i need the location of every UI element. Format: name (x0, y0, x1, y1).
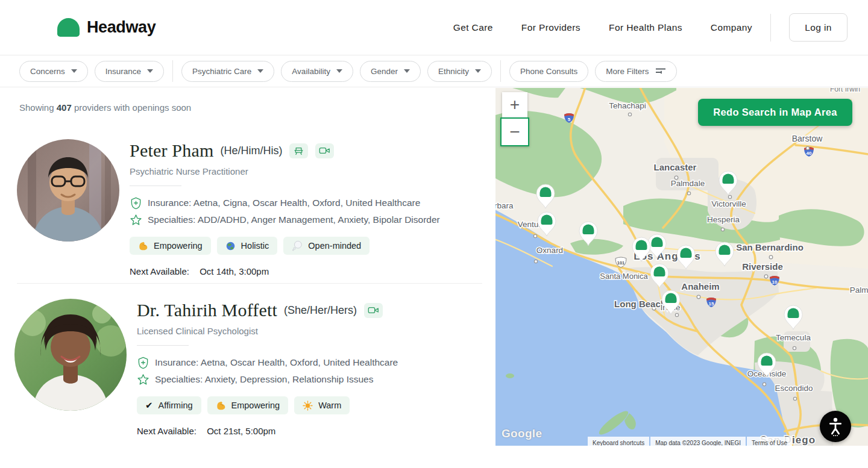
map-panel[interactable]: 5 40 101 605 15 (495, 88, 868, 446)
filter-label: Gender (371, 67, 398, 76)
shield-i40: 40 (807, 151, 812, 156)
insurance-label: Insurance: (148, 198, 191, 208)
filter-group-divider (500, 60, 501, 82)
redo-search-button[interactable]: Redo Search in Map Area (698, 99, 852, 126)
divider (137, 345, 189, 346)
specialties-label: Specialties: (148, 214, 195, 225)
filter-label: Insurance (105, 67, 141, 76)
login-button[interactable]: Log in (789, 13, 848, 42)
filter-label: Ethnicity (438, 67, 469, 76)
badge-empowering: Empowering (207, 396, 289, 414)
map-label-fort-irwin: Fort Irwin (830, 88, 860, 93)
badge-holistic: Holistic (217, 237, 278, 255)
insurance-value: Aetna, Cigna, Oscar Health, Oxford, Unit… (193, 198, 421, 208)
map-label-riverside: Riverside (742, 261, 783, 272)
filter-label: Phone Consults (520, 67, 577, 76)
card-divider (17, 283, 482, 284)
next-available-label: Next Available: (137, 426, 197, 436)
shield-plus-icon (137, 357, 149, 369)
map-label-anaheim: Anaheim (681, 281, 719, 292)
insurance-row: Insurance: Aetna, Oscar Health, Oxford, … (137, 354, 398, 371)
star-outline-icon (137, 373, 149, 386)
video-camera-icon (368, 306, 379, 314)
specialties-label: Specialties: (155, 374, 203, 384)
provider-title: Psychiatric Nurse Practitioner (130, 166, 440, 176)
chevron-down-icon (147, 69, 153, 73)
provider-results-panel: Showing 407 providers with openings soon (0, 87, 495, 468)
top-navigation-bar: Headway Get Care For Providers For Healt… (0, 0, 868, 55)
provider-photo[interactable] (14, 299, 127, 411)
filter-gender[interactable]: Gender (360, 61, 421, 82)
results-suffix: providers with openings soon (74, 102, 191, 113)
map-canvas[interactable]: 5 40 101 605 15 (495, 88, 868, 446)
map-label-lancaster: Lancaster (654, 162, 697, 172)
next-available-row: Next Available: Oct 14th, 3:00pm (130, 266, 440, 276)
filter-insurance[interactable]: Insurance (95, 61, 164, 82)
badge-label: Empowering (154, 241, 203, 251)
provider-photo-illustration (14, 299, 127, 411)
specialties-row: Specialties: ADD/ADHD, Anger Management,… (130, 211, 440, 228)
nav-get-care[interactable]: Get Care (453, 22, 493, 33)
filter-psychiatric-care[interactable]: Psychiatric Care (181, 61, 274, 82)
flex-biceps-icon (216, 401, 226, 411)
filter-availability[interactable]: Availability (281, 61, 353, 82)
provider-pronouns: (She/Her/Hers) (284, 304, 357, 317)
provider-name[interactable]: Dr. Tahirih Moffett (137, 300, 277, 320)
filter-more-filters[interactable]: More Filters (595, 61, 676, 82)
map-label-victorville: Victorville (711, 199, 746, 208)
keyboard-shortcuts-link[interactable]: Keyboard shortcuts (588, 437, 649, 446)
headway-logo[interactable]: Headway (57, 18, 156, 37)
map-label-long-beach: Long Beach (614, 299, 666, 309)
flex-biceps-icon (138, 241, 148, 251)
badge-empowering: Empowering (130, 237, 211, 255)
results-count: 407 (57, 102, 72, 113)
shield-i15: 15 (709, 301, 714, 307)
badge-label: Open-minded (308, 241, 361, 251)
map-data-credit: Map data ©2023 Google, INEGI (650, 437, 746, 446)
map-label-oxnard: Oxnard (536, 246, 563, 255)
map-label-san-bernardino: San Bernardino (736, 242, 804, 252)
nav-for-providers[interactable]: For Providers (521, 22, 580, 33)
map-label-santa-monica: Santa Monica (600, 272, 648, 281)
nav-divider (770, 14, 771, 42)
chevron-down-icon (71, 69, 77, 73)
filter-label: Concerns (30, 67, 65, 76)
map-zoom-out-button[interactable]: − (500, 117, 529, 146)
filter-concerns[interactable]: Concerns (19, 61, 88, 82)
map-label-escondido: Escondido (775, 384, 813, 393)
provider-pronouns: (He/Him/His) (220, 145, 282, 157)
specialties-value: ADD/ADHD, Anger Management, Anxiety, Bip… (198, 214, 440, 225)
map-label-hesperia: Hesperia (707, 215, 740, 224)
terms-of-use-link[interactable]: Terms of Use (747, 437, 792, 446)
in-person-sessions-chip (289, 143, 308, 158)
nav-for-health-plans[interactable]: For Health Plans (609, 22, 682, 33)
personality-badges: ✔ Affirming Empowering Warm (137, 396, 398, 414)
chevron-down-icon (475, 69, 481, 73)
filter-ethnicity[interactable]: Ethnicity (427, 61, 492, 82)
filter-phone-consults[interactable]: Phone Consults (509, 61, 588, 82)
specialties-value: Anxiety, Depression, Relationship Issues (205, 374, 374, 384)
map-zoom-in-button[interactable]: + (502, 92, 527, 117)
divider (130, 186, 181, 186)
video-sessions-chip (315, 143, 334, 158)
personality-badges: Empowering Holistic Open-minded (130, 237, 440, 255)
filter-group-divider (172, 60, 173, 82)
provider-card-tahirih-moffett[interactable]: Dr. Tahirih Moffett (She/Her/Hers) Licen… (14, 299, 398, 436)
map-label-barstow: Barstow (792, 134, 823, 143)
sun-icon (303, 401, 313, 411)
provider-name[interactable]: Peter Pham (130, 140, 213, 161)
filter-label: More Filters (606, 67, 649, 76)
provider-photo[interactable] (17, 139, 119, 242)
chevron-down-icon (336, 69, 342, 73)
globe-icon (225, 241, 236, 251)
insurance-label: Insurance: (155, 357, 198, 367)
badge-label: Empowering (231, 401, 280, 410)
specialties-row: Specialties: Anxiety, Depression, Relati… (137, 371, 398, 388)
accessibility-widget-button[interactable] (820, 411, 851, 442)
headway-dome-icon (57, 18, 80, 37)
google-logo: Google (502, 427, 542, 440)
provider-photo-illustration (17, 139, 119, 242)
nav-company[interactable]: Company (711, 22, 752, 33)
next-available-value: Oct 21st, 5:00pm (207, 426, 275, 436)
provider-card-peter-pham[interactable]: Peter Pham (He/Him/His) Psychiatric Nurs… (17, 139, 440, 276)
